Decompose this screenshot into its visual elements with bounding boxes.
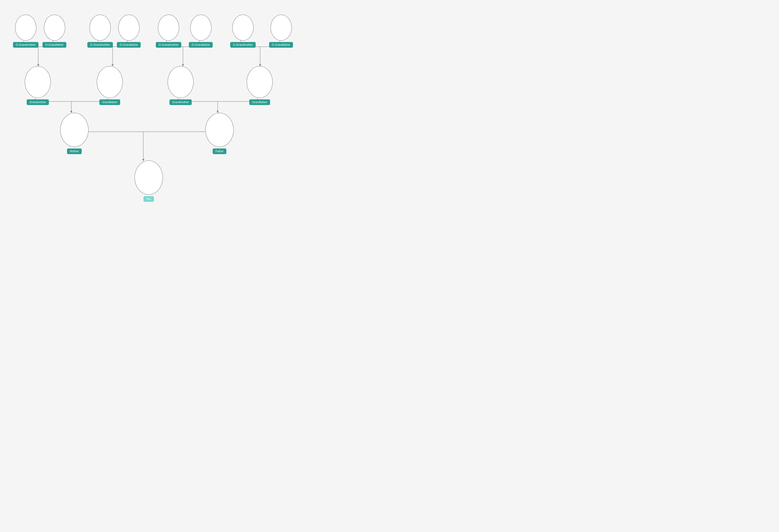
maternal-grandmother-label: Grandmother [27,99,49,105]
gg-maternal2-grandfather-node: G-Grandfather [117,15,141,48]
father-label: Father [213,149,227,154]
gg-maternal2-grandfather-avatar [118,15,139,41]
mother-label: Mother [67,149,81,154]
paternal-grandfather-label: Grandfather [249,99,270,105]
gg-paternal2-grandmother-label: G-Grandmother [230,42,256,48]
svg-marker-15 [70,111,72,113]
maternal-grandmother-avatar [25,66,51,98]
svg-marker-9 [182,64,184,66]
paternal-grandfather-avatar [247,66,273,98]
gg-paternal-grandmother-avatar [158,15,179,41]
svg-marker-12 [259,64,261,66]
paternal-grandmother-node: Grandmother [168,66,193,105]
you-avatar [134,161,163,195]
gg-paternal-grandfather-label: G-Grandfather [189,42,213,48]
gg-maternal-grandfather-label: G-Grandfather [43,42,66,48]
mother-node: Mother [60,113,88,154]
gg-paternal-grandmother-label: G-Grandmother [156,42,181,48]
gg-paternal-grandfather-avatar [190,15,212,41]
gg-maternal-grandmother-label: G-Grandmother [13,42,39,48]
paternal-grandmother-label: Grandmother [170,99,192,105]
svg-marker-18 [217,111,219,113]
father-avatar [205,113,234,147]
svg-marker-6 [112,64,114,66]
svg-marker-3 [37,64,39,66]
maternal-grandfather-label: Grandfather [99,99,120,105]
maternal-grandmother-node: Grandmother [25,66,51,105]
gg-paternal2-grandfather-node: G-Grandfather [269,15,293,48]
gg-paternal2-grandmother-node: G-Grandmother [230,15,256,48]
gg-paternal-grandfather-node: G-Grandfather [189,15,213,48]
gg-paternal2-grandfather-label: G-Grandfather [269,42,293,48]
gg-maternal-grandfather-avatar [44,15,65,41]
you-node: You [134,161,163,202]
father-node: Father [205,113,234,154]
paternal-grandfather-node: Grandfather [247,66,273,105]
mother-avatar [60,113,88,147]
gg-paternal-grandmother-node: G-Grandmother [156,15,181,48]
family-tree: G-Grandmother G-Grandfather G-Grandmothe… [0,0,307,224]
gg-paternal2-grandmother-avatar [232,15,253,41]
paternal-grandmother-avatar [168,66,193,98]
gg-maternal-grandmother-node: G-Grandmother [13,15,39,48]
maternal-grandfather-avatar [97,66,123,98]
gg-maternal-grandmother-avatar [15,15,36,41]
gg-maternal2-grandmother-avatar [89,15,111,41]
gg-maternal2-grandmother-node: G-Grandmother [87,15,113,48]
gg-maternal2-grandmother-label: G-Grandmother [87,42,113,48]
gg-maternal2-grandfather-label: G-Grandfather [117,42,141,48]
gg-paternal2-grandfather-avatar [271,15,292,41]
maternal-grandfather-node: Grandfather [97,66,123,105]
gg-maternal-grandfather-node: G-Grandfather [43,15,66,48]
you-label: You [143,196,154,202]
